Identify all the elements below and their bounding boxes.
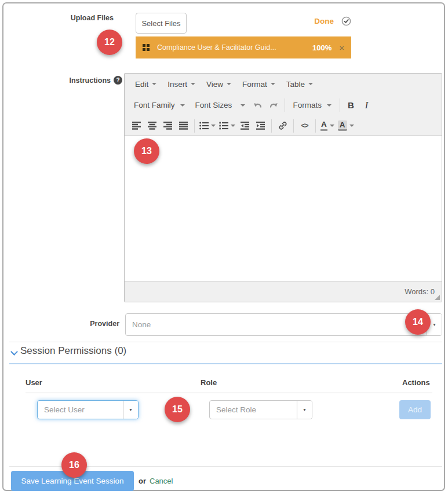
insert-link-button[interactable] <box>275 118 290 134</box>
add-permission-button[interactable]: Add <box>399 400 431 419</box>
section-divider <box>9 342 442 342</box>
align-center-icon <box>148 122 157 130</box>
caret-down-icon <box>180 104 185 107</box>
font-sizes-select[interactable]: Font Sizes <box>190 98 250 112</box>
font-sizes-value: Font Sizes <box>195 101 232 109</box>
align-center-button[interactable] <box>144 118 160 134</box>
done-label: Done <box>314 17 334 25</box>
cancel-link[interactable]: Cancel <box>150 477 173 485</box>
bullet-list-icon <box>199 122 209 130</box>
caret-down-icon <box>241 104 245 107</box>
source-code-button[interactable]: <> <box>297 118 312 134</box>
align-right-icon <box>163 122 173 130</box>
annotation-marker-12: 12 <box>97 30 122 55</box>
menu-view-label: View <box>206 80 223 89</box>
session-permissions-title[interactable]: Session Permissions (0) <box>20 345 126 357</box>
text-color-icon: A <box>320 120 327 131</box>
editor-toolbar-row1: Font Family Font Sizes <box>125 94 442 116</box>
caret-down-icon <box>231 125 235 127</box>
editor-resize-handle[interactable] <box>435 295 440 300</box>
editor-menubar: Edit Insert View Format Table <box>125 74 442 94</box>
indent-button[interactable] <box>253 118 268 134</box>
select-user-placeholder: Select User <box>38 401 123 419</box>
align-right-button[interactable] <box>160 118 176 134</box>
text-color-button[interactable]: A <box>319 118 336 134</box>
select-role-dropdown[interactable]: Select Role ▼ <box>209 400 312 419</box>
user-column-header: User <box>26 378 42 387</box>
undo-button[interactable] <box>250 97 266 113</box>
editor-statusbar: Words: 0 <box>125 281 442 302</box>
file-name: Compliance User & Facilitator Guid... <box>157 43 305 52</box>
select-user-dropdown[interactable]: Select User ▼ <box>37 400 139 419</box>
redo-icon <box>269 101 278 109</box>
font-family-value: Font Family <box>134 101 175 109</box>
formats-select[interactable]: Formats <box>288 98 337 112</box>
menu-format[interactable]: Format <box>237 77 281 92</box>
provider-select[interactable]: None ▼ <box>125 313 442 336</box>
actions-column-header: Actions <box>402 378 430 387</box>
menu-edit[interactable]: Edit <box>130 77 162 92</box>
annotation-marker-16: 16 <box>61 452 87 478</box>
screenshot-frame: Upload Files Select Files Done Complianc… <box>2 2 445 491</box>
instructions-editor: Edit Insert View Format Table Font Famil… <box>124 73 442 302</box>
menu-view[interactable]: View <box>201 77 237 92</box>
role-column-header: Role <box>201 378 217 387</box>
caret-down-icon <box>152 83 156 85</box>
outdent-icon <box>241 122 250 130</box>
instructions-label-row: Instructions ? <box>27 76 122 85</box>
align-left-icon <box>132 122 141 130</box>
font-family-select[interactable]: Font Family <box>129 98 190 112</box>
redo-button[interactable] <box>266 97 282 113</box>
caret-down-icon <box>308 83 313 85</box>
menu-table[interactable]: Table <box>281 77 319 92</box>
chevron-down-icon[interactable] <box>10 348 18 356</box>
caret-down-icon <box>211 125 216 127</box>
annotation-marker-15: 15 <box>165 397 190 422</box>
caret-down-icon <box>227 83 231 85</box>
background-color-button[interactable]: A <box>336 118 356 134</box>
menu-edit-label: Edit <box>135 80 148 89</box>
toolbar-separator <box>285 98 285 112</box>
align-justify-button[interactable] <box>176 118 191 134</box>
bullet-list-button[interactable] <box>198 118 217 134</box>
outdent-button[interactable] <box>237 118 253 134</box>
numbered-list-button[interactable] <box>217 118 237 134</box>
word-count: Words: 0 <box>405 287 435 296</box>
indent-icon <box>256 122 265 130</box>
provider-value: None <box>126 314 427 335</box>
annotation-marker-14: 14 <box>405 309 431 335</box>
link-icon <box>278 121 287 130</box>
toolbar-separator <box>194 119 195 133</box>
annotation-marker-13: 13 <box>134 138 159 164</box>
undo-icon <box>253 101 263 109</box>
uploaded-file-row: Compliance User & Facilitator Guid... 10… <box>136 36 351 58</box>
background-color-icon: A <box>338 120 347 131</box>
toolbar-separator <box>271 119 272 133</box>
align-left-button[interactable] <box>129 118 144 134</box>
italic-button[interactable]: I <box>359 97 374 113</box>
formats-value: Formats <box>293 101 322 109</box>
section-underline <box>9 363 442 364</box>
bold-button[interactable]: B <box>343 97 359 113</box>
select-role-placeholder: Select Role <box>210 401 297 419</box>
editor-content-area[interactable] <box>125 136 442 281</box>
remove-file-icon[interactable]: × <box>339 43 344 53</box>
menu-insert-label: Insert <box>167 80 187 89</box>
menu-insert[interactable]: Insert <box>162 77 201 92</box>
help-icon[interactable]: ? <box>114 76 122 85</box>
editor-toolbar-row2: <> A A <box>125 116 442 136</box>
provider-label: Provider <box>32 320 119 328</box>
table-header-divider <box>26 393 432 393</box>
editor-chrome: Edit Insert View Format Table Font Famil… <box>125 74 442 136</box>
caret-down-icon <box>191 83 195 85</box>
select-files-button[interactable]: Select Files <box>136 13 187 34</box>
dropdown-arrow-icon[interactable]: ▼ <box>123 401 138 419</box>
file-handle-icon <box>143 44 150 51</box>
numbered-list-icon <box>219 122 228 130</box>
toolbar-separator <box>315 119 316 133</box>
caret-down-icon <box>327 104 332 107</box>
toolbar-separator <box>340 98 340 112</box>
toolbar-separator <box>293 119 294 133</box>
dropdown-arrow-icon[interactable]: ▼ <box>297 401 312 419</box>
menu-table-label: Table <box>286 80 305 89</box>
